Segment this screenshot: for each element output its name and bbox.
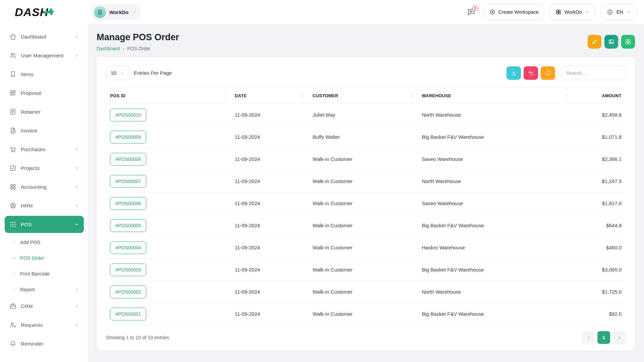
date-cell: 11-09-2024	[231, 192, 309, 215]
sidebar-item-label: Projects	[21, 165, 40, 171]
entries-per-page-select[interactable]: 10	[106, 66, 129, 80]
date-cell: 11-09-2024	[231, 303, 309, 325]
pos-id-button[interactable]: #POS00007	[110, 175, 146, 188]
reset-button[interactable]	[524, 66, 538, 80]
sidebar-nav: Dashboard User Management Items	[5, 28, 84, 352]
pos-orders-table: POS ID DATE	[106, 87, 626, 325]
export-button[interactable]	[506, 66, 521, 80]
sidebar-item[interactable]: CRM	[5, 298, 84, 315]
sidebar-item[interactable]: Requests	[5, 316, 84, 334]
sidebar-item-label: Dashboard	[21, 34, 46, 40]
brand-logo[interactable]: DASH	[15, 6, 78, 19]
chevron-left-icon	[586, 335, 591, 340]
next-page-button[interactable]	[613, 331, 626, 344]
amount-cell: $2,366.1	[574, 148, 626, 170]
quick-note-button[interactable]	[588, 35, 601, 49]
column-header-label: POS ID	[110, 93, 125, 98]
sidebar-item[interactable]: Invoice	[5, 122, 84, 139]
accounting-icon	[9, 183, 16, 190]
pos-id-button[interactable]: #POS00004	[110, 241, 146, 254]
workspace-name: WorkDo	[109, 9, 128, 15]
sidebar-item-label: Print Barcode	[20, 271, 50, 277]
dot-icon	[13, 256, 16, 259]
language-selector[interactable]: EN	[601, 5, 637, 19]
pos-id-cell: #POS00001	[106, 303, 231, 325]
building-icon	[97, 9, 103, 15]
chevron-right-icon	[617, 335, 622, 340]
column-header[interactable]: WAREHOUSE	[418, 88, 574, 104]
messages-button[interactable]: 0	[464, 5, 478, 19]
sort-icon[interactable]	[300, 94, 305, 98]
pos-id-cell: #POS00008	[106, 148, 231, 170]
pos-id-button[interactable]: #POS00009	[110, 131, 146, 143]
sidebar-item[interactable]: Report	[5, 282, 84, 297]
quick-grid-button[interactable]	[621, 35, 635, 49]
sort-icon[interactable]	[565, 94, 570, 98]
sidebar-item[interactable]: Proposal	[5, 84, 84, 102]
plus-circle-icon	[489, 9, 495, 15]
sort-icon[interactable]	[409, 94, 414, 98]
warehouse-cell: Big Basket F&V Warehouse	[418, 259, 574, 281]
pagination: 1	[582, 331, 626, 344]
sidebar-item[interactable]: Items	[5, 66, 84, 83]
sidebar-item[interactable]: Dashboard	[5, 28, 84, 45]
globe-icon	[606, 9, 613, 16]
sidebar-item-label: Purchases	[21, 146, 45, 153]
dot-icon	[13, 241, 16, 244]
table-row: #POS00004 11-09-2024 Walk-in Customer Ha…	[106, 237, 626, 259]
image-icon	[608, 39, 614, 45]
pos-id-button[interactable]: #POS00001	[110, 308, 146, 320]
pos-id-button[interactable]: #POS00005	[110, 219, 146, 232]
sidebar-item-label: Accounting	[21, 184, 47, 190]
sidebar-item[interactable]: Projects	[5, 160, 84, 177]
breadcrumb-dashboard-link[interactable]: Dashboard	[97, 46, 120, 51]
date-cell: 11-09-2024	[231, 237, 309, 259]
sidebar-item-label: Requests	[21, 322, 43, 328]
sidebar-item-label: Reminder	[21, 341, 43, 347]
sidebar-item[interactable]: POS Order	[5, 250, 84, 265]
toolbar-actions	[506, 66, 626, 80]
sidebar-item[interactable]: POS	[5, 216, 84, 233]
column-header[interactable]: CUSTOMER	[309, 88, 418, 104]
dot-icon	[13, 272, 16, 275]
workspace-selector[interactable]: WorkDo	[92, 4, 141, 20]
pos-order-card: 10 Entries Per Page	[97, 57, 635, 351]
requests-icon	[9, 321, 16, 328]
warehouse-cell: Big Basket F&V Warehouse	[418, 126, 574, 148]
workdo-apps-button[interactable]: WorkDo	[550, 5, 595, 19]
sidebar-item[interactable]: Print Barcode	[5, 266, 84, 281]
chevron-right-icon	[74, 166, 79, 171]
refresh-button[interactable]	[541, 66, 555, 80]
column-header[interactable]: POS ID	[106, 88, 231, 104]
amount-cell: $1,725.0	[574, 281, 626, 303]
sidebar-item[interactable]: Add POS	[5, 235, 84, 250]
pos-id-button[interactable]: #POS00006	[110, 197, 146, 210]
current-page[interactable]: 1	[597, 331, 610, 344]
pos-id-cell: #POS00006	[106, 192, 231, 215]
column-header[interactable]: DATE	[231, 88, 309, 104]
sidebar-item[interactable]: Accounting	[5, 178, 84, 195]
workdo-apps-label: WorkDo	[565, 9, 582, 15]
table-row: #POS00001 11-09-2024 Walk-in Customer Bi…	[106, 303, 626, 325]
quick-media-button[interactable]	[604, 35, 618, 49]
create-workspace-button[interactable]: Create Workspace	[484, 5, 544, 19]
sidebar-item[interactable]: Reminder	[5, 335, 84, 352]
sidebar-item[interactable]: User Management	[5, 47, 84, 64]
pos-id-button[interactable]: #POS00002	[110, 286, 146, 298]
customer-cell: Walk-in Customer	[309, 148, 418, 170]
table-row: #POS00008 11-09-2024 Walk-in Customer Sa…	[106, 148, 626, 170]
pos-id-button[interactable]: #POS00010	[110, 109, 146, 121]
pos-id-button[interactable]: #POS00003	[110, 263, 146, 276]
prev-page-button[interactable]	[582, 331, 595, 344]
sidebar-item-label: Proposal	[21, 90, 41, 96]
column-header[interactable]: AMOUNT	[574, 88, 626, 104]
search-input[interactable]	[561, 66, 626, 80]
sidebar-item[interactable]: Retainer	[5, 103, 84, 120]
sort-icon[interactable]	[222, 94, 227, 98]
sidebar-item[interactable]: Purchases	[5, 141, 84, 158]
pos-id-button[interactable]: #POS00008	[110, 153, 146, 166]
sidebar-item[interactable]: HRM	[5, 197, 84, 214]
workspace-avatar	[94, 6, 106, 18]
warehouse-cell: Big Basket F&V Warehouse	[418, 215, 574, 237]
warehouse-cell: North Warehouse	[418, 170, 574, 192]
